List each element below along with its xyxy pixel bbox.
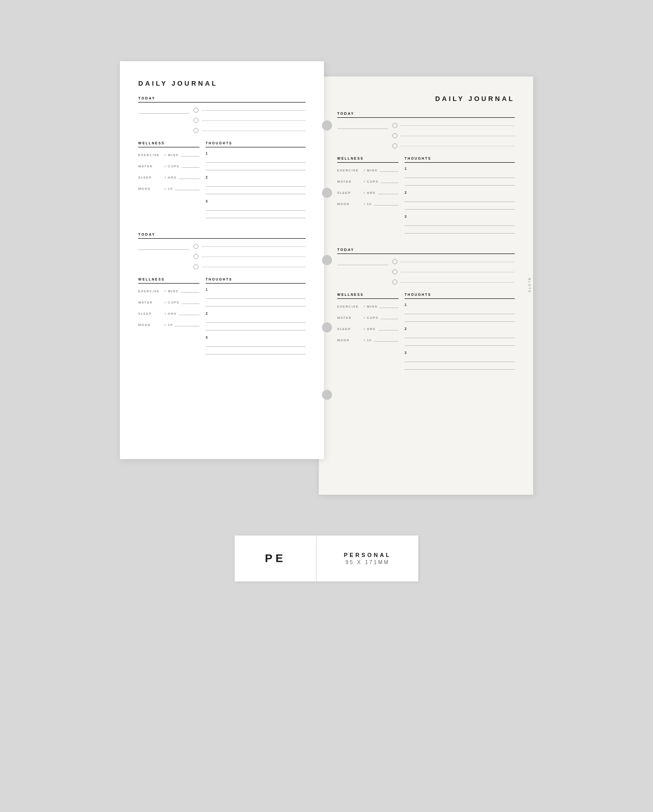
left-exercise-row-2: EXERCISE / MINS <box>138 288 199 293</box>
right-sleep-label-2: SLEEP <box>337 327 362 331</box>
left-water-line-2 <box>182 299 199 304</box>
left-today-label-2: TODAY <box>138 233 306 236</box>
right-exercise-label-2: EXERCISE <box>337 305 362 308</box>
left-today-2: TODAY <box>138 233 306 270</box>
left-circle-2c <box>193 263 306 270</box>
left-sleep-unit-1: / HRS <box>165 176 177 179</box>
right-thought-num-2a: 1 <box>405 303 515 307</box>
right-water-label-1: WATER <box>337 180 362 183</box>
left-circle-line-2a <box>202 246 306 247</box>
left-mood-row-1: MOOD / 10 <box>138 185 199 190</box>
left-thought-line-1a <box>206 157 306 163</box>
left-wellness-divider-2 <box>138 283 199 284</box>
right-water-row-2: WATER / CUPS <box>337 314 398 319</box>
label-size-text: 95 X 171MM <box>345 560 390 565</box>
right-thought-line-2c <box>405 356 515 362</box>
left-thoughts-col-2: THOUGHTS 1 2 3 <box>206 277 306 360</box>
right-circle-1c <box>392 142 515 149</box>
left-today-right-2 <box>193 243 306 270</box>
left-thought-num-2c: 3 <box>206 336 306 339</box>
label-pe-text: PE <box>265 552 286 565</box>
left-thought-row-2b: 2 <box>206 312 306 331</box>
left-sleep-row-1: SLEEP / HRS <box>138 174 199 179</box>
spine-dot-2 <box>322 188 332 198</box>
left-sleep-unit-2: / HRS <box>165 312 177 315</box>
right-exercise-line-1 <box>380 167 398 172</box>
right-wellness-col-1: WELLNESS EXERCISE / MINS WATER / CUPS SL… <box>337 157 398 239</box>
right-thought-line-2b2 <box>405 340 515 346</box>
right-water-unit-2: / CUPS <box>364 316 379 319</box>
right-thought-line-2b <box>405 332 515 338</box>
left-water-label-2: WATER <box>138 301 163 304</box>
right-water-line-2 <box>381 314 398 319</box>
left-today-right-1 <box>193 107 306 134</box>
right-circle-2a <box>392 258 515 265</box>
left-circle-icon-1b <box>193 118 198 123</box>
left-water-label-1: WATER <box>138 165 163 168</box>
left-circle-1a <box>193 107 306 114</box>
left-mood-line-2 <box>175 321 199 326</box>
left-thoughts-divider-2 <box>206 283 306 284</box>
left-thought-line-2b <box>206 317 306 323</box>
left-wellness-col-2: WELLNESS EXERCISE / MINS WATER / CUPS SL… <box>138 277 199 360</box>
right-thoughts-label-2: THOUGHTS <box>405 293 515 296</box>
left-today-rows-2 <box>138 243 306 270</box>
left-water-unit-2: / CUPS <box>165 301 180 304</box>
left-circle-1c <box>193 127 306 134</box>
right-today-divider-1 <box>337 117 515 118</box>
left-exercise-line-1 <box>181 151 199 157</box>
left-today-date-line-1 <box>138 107 189 114</box>
left-today-rows-1 <box>138 107 306 134</box>
left-wellness-divider-1 <box>138 147 199 147</box>
right-today-label-2: TODAY <box>337 248 515 251</box>
right-exercise-unit-1: / MINS <box>364 169 378 172</box>
left-section-1: TODAY <box>138 96 306 223</box>
label-personal-text: PERSONAL <box>344 552 391 558</box>
right-thought-num-2c: 3 <box>405 351 515 354</box>
left-page-title: DAILY JOURNAL <box>138 80 306 87</box>
right-circle-icon-1a <box>392 123 397 128</box>
right-circle-icon-2b <box>392 269 397 274</box>
right-circle-line-2a <box>400 262 515 262</box>
right-thought-line-1b <box>405 196 515 202</box>
right-today-date-line-2 <box>337 258 388 265</box>
left-wellness-label-1: WELLNESS <box>138 141 199 145</box>
right-wellness-col-2: WELLNESS EXERCISE / MINS WATER / CUPS SL… <box>337 293 398 375</box>
spine-dot-3 <box>322 255 332 265</box>
spine-dot-1 <box>322 120 332 131</box>
left-water-line-1 <box>182 163 199 168</box>
left-circle-icon-2a <box>193 244 198 249</box>
left-page: DAILY JOURNAL TODAY <box>120 61 324 459</box>
right-today-date-line-1 <box>337 122 388 129</box>
right-mood-row-1: MOOD / 10 <box>337 200 398 206</box>
left-sleep-label-2: SLEEP <box>138 312 163 315</box>
left-circle-icon-1a <box>193 108 198 113</box>
right-circle-icon-2c <box>392 280 397 285</box>
left-circle-2b <box>193 253 306 260</box>
left-thought-line-2c2 <box>206 348 306 354</box>
left-thought-row-2c: 3 <box>206 336 306 354</box>
right-circle-2b <box>392 268 515 275</box>
left-thought-line-1a2 <box>206 164 306 170</box>
left-sleep-line-2 <box>179 310 199 315</box>
left-circle-line-2b <box>202 257 306 257</box>
left-thought-line-2b2 <box>206 324 306 331</box>
right-thought-line-1c2 <box>405 227 515 234</box>
right-thought-row-1a: 1 <box>405 167 515 186</box>
right-thought-num-2b: 2 <box>405 327 515 331</box>
right-circle-line-2b <box>400 272 515 272</box>
right-circle-1b <box>392 132 515 139</box>
left-wellness-label-2: WELLNESS <box>138 277 199 281</box>
right-exercise-row-2: EXERCISE / MINS <box>337 303 398 308</box>
left-exercise-row-1: EXERCISE / MINS <box>138 151 199 157</box>
right-sleep-unit-2: / HRS <box>364 327 376 331</box>
left-mood-label-1: MOOD <box>138 187 163 190</box>
left-thought-num-1a: 1 <box>206 151 306 155</box>
right-section-1: TODAY <box>337 112 515 239</box>
right-thought-num-1b: 2 <box>405 191 515 194</box>
right-thoughts-col-1: THOUGHTS 1 2 3 <box>405 157 515 239</box>
right-wellness-label-2: WELLNESS <box>337 293 398 296</box>
left-thoughts-divider-1 <box>206 147 306 147</box>
left-water-unit-1: / CUPS <box>165 165 180 168</box>
left-exercise-unit-2: / MINS <box>165 290 179 293</box>
